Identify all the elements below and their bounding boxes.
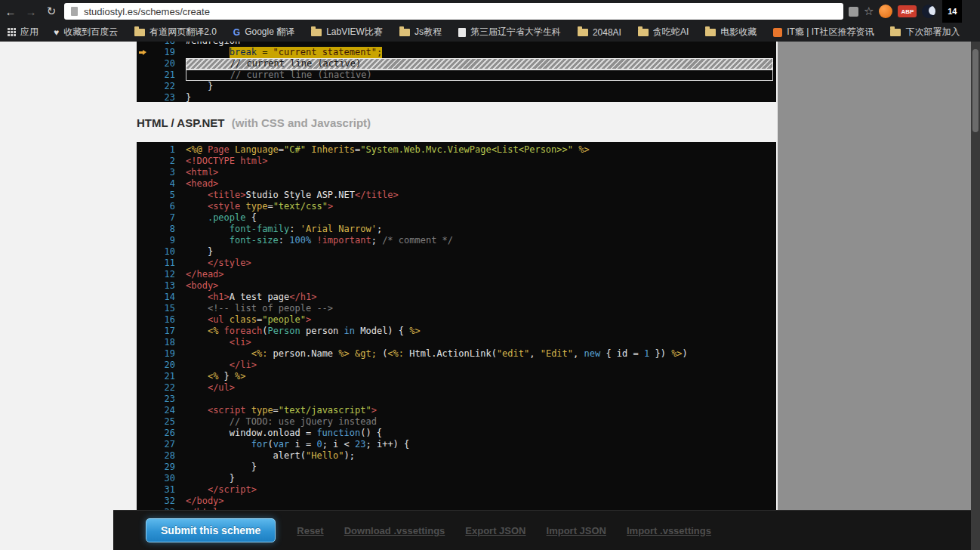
bookmark-item[interactable]: IT瘾 | IT社区推荐资讯 (773, 26, 874, 39)
translate-icon[interactable] (849, 7, 858, 17)
bookmark-item[interactable]: 2048AI (578, 27, 621, 38)
line-number: 21 (137, 70, 175, 81)
bookmark-item[interactable]: 下次部署加入 (890, 26, 960, 39)
bookmark-item[interactable]: Google 翻译 (233, 26, 294, 39)
code-line: 30 } (137, 473, 776, 484)
folder-icon (890, 29, 901, 36)
folder-icon (134, 29, 145, 36)
scrollbar[interactable] (971, 42, 980, 550)
line-number: 10 (137, 246, 175, 258)
bookmark-item[interactable]: Js教程 (399, 26, 442, 39)
current-statement-arrow-icon (139, 50, 146, 55)
bookmark-item[interactable]: 第三届辽宁省大学生科 (458, 26, 561, 39)
code-line: 11 </style> (137, 258, 776, 269)
footer-link[interactable]: Import JSON (547, 525, 606, 536)
code-line: 23 (137, 394, 776, 405)
line-number: 21 (137, 371, 175, 382)
folder-icon (311, 29, 322, 36)
extension-icon-orange[interactable] (879, 5, 892, 18)
code-line: 13<body> (137, 280, 776, 292)
code-line: 5 <title>Studio Style ASP.NET</title> (137, 190, 776, 201)
bookmark-label: 第三届辽宁省大学生科 (470, 26, 561, 39)
code-line: 21 // current line (inactive) (137, 70, 776, 81)
section-subtitle: (with CSS and Javascript) (232, 116, 371, 129)
code-line: 25 // TODO: use jQuery instead (137, 416, 776, 428)
code-line: 28 alert("Hello"); (137, 450, 776, 462)
code-line: 4<head> (137, 178, 776, 190)
apps-label: 应用 (20, 26, 39, 39)
bookmark-star-icon[interactable]: ☆ (864, 5, 874, 18)
line-number: 8 (137, 224, 175, 235)
code-line: 16 <ul class="people"> (137, 314, 776, 326)
bookmark-label: 下次部署加入 (905, 26, 960, 39)
forward-button[interactable]: → (23, 5, 39, 18)
browser-toolbar: ← → ↻ studiostyl.es/schemes/create ☆ ABP… (0, 0, 980, 23)
code-line: 32</body> (137, 496, 776, 507)
bookmark-label: 电影收藏 (720, 26, 757, 39)
line-number: 23 (137, 92, 175, 102)
page-content: 18#endregion19 break = "current statemen… (0, 42, 980, 510)
footer-link[interactable]: Reset (297, 525, 323, 536)
folder-icon (705, 29, 716, 36)
code-line: 3<html> (137, 167, 776, 178)
line-number: 12 (137, 269, 175, 280)
bookmark-item[interactable]: 电影收藏 (705, 26, 757, 39)
code-line: 8 font-family: 'Arial Narrow'; (137, 224, 776, 235)
code-line: 6 <style type="text/css"> (137, 201, 776, 212)
line-number: 20 (137, 360, 175, 371)
folder-icon (399, 29, 410, 36)
page-icon (71, 7, 78, 16)
bookmark-list: 收藏到百度云有道网页翻译2.0Google 翻译LabVIEW比赛Js教程第三届… (54, 26, 960, 39)
code-line: 7 .people { (137, 212, 776, 224)
refresh-button[interactable]: ↻ (44, 5, 59, 18)
code-line: 18#endregion (137, 42, 776, 47)
back-button[interactable]: ← (3, 5, 18, 18)
bookmark-item[interactable]: 有道网页翻译2.0 (134, 26, 217, 39)
section-title: HTML / ASP.NET (137, 116, 224, 129)
line-number: 15 (137, 303, 175, 314)
line-number: 27 (137, 439, 175, 450)
scrollbar-thumb[interactable] (972, 49, 978, 132)
line-number: 9 (137, 235, 175, 246)
url-text: studiostyl.es/schemes/create (84, 6, 210, 17)
apps-button[interactable]: 应用 (8, 26, 39, 39)
code-line: 18 <li> (137, 337, 776, 348)
bookmark-label: LabVIEW比赛 (326, 26, 383, 39)
bookmark-label: 2048AI (593, 27, 621, 38)
code-line: 20 // current line (active) (137, 58, 776, 70)
code-line: 24 <script type="text/javascript"> (137, 405, 776, 416)
submit-scheme-button[interactable]: Submit this scheme (146, 518, 276, 542)
line-number: 1 (137, 144, 175, 156)
line-number: 16 (137, 314, 175, 326)
line-number: 32 (137, 496, 175, 507)
code-line: 10 } (137, 246, 776, 258)
bookmark-label: Google 翻译 (245, 26, 294, 39)
footer-link[interactable]: Export JSON (465, 525, 525, 536)
footer-left-gap (0, 510, 113, 550)
line-number: 31 (137, 484, 175, 496)
extension-icon-dark[interactable] (922, 5, 935, 18)
line-number: 7 (137, 212, 175, 224)
bookmark-item[interactable]: LabVIEW比赛 (311, 26, 383, 39)
footer-link[interactable]: Import .vssettings (627, 525, 711, 536)
site-icon (773, 28, 782, 37)
folder-icon (638, 29, 649, 36)
google-icon (233, 27, 240, 38)
code-line: 31 </script> (137, 484, 776, 496)
address-bar[interactable]: studiostyl.es/schemes/create (64, 3, 843, 20)
line-number: 22 (137, 81, 175, 92)
bookmark-item[interactable]: 收藏到百度云 (54, 26, 118, 39)
section-heading: HTML / ASP.NET (with CSS and Javascript) (137, 116, 371, 130)
box-active: // current line (active) (186, 58, 773, 70)
footer-link[interactable]: Download .vssettings (344, 525, 445, 536)
bookmark-item[interactable]: 贪吃蛇AI (638, 26, 689, 39)
bookmarks-bar: 应用 收藏到百度云有道网页翻译2.0Google 翻译LabVIEW比赛Js教程… (0, 23, 980, 42)
line-number: 4 (137, 178, 175, 190)
line-number: 28 (137, 450, 175, 462)
line-number: 30 (137, 473, 175, 484)
line-number: 17 (137, 326, 175, 337)
adblock-badge[interactable]: ABP (898, 5, 917, 17)
page-icon (458, 28, 466, 37)
bookmark-label: 收藏到百度云 (63, 26, 118, 39)
corner-badge: 14 (942, 0, 962, 23)
